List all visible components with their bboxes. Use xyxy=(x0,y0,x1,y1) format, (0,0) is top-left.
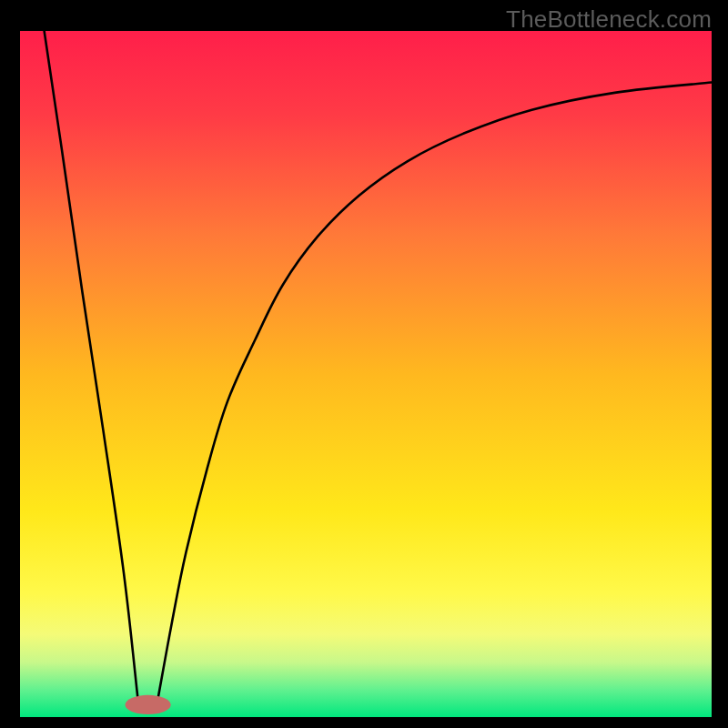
plot-svg xyxy=(20,31,712,717)
plot-area xyxy=(20,31,712,717)
watermark-label: TheBottleneck.com xyxy=(506,5,712,34)
gradient-background xyxy=(20,31,712,717)
minimum-marker xyxy=(126,695,171,714)
chart-frame: TheBottleneck.com xyxy=(0,0,728,728)
